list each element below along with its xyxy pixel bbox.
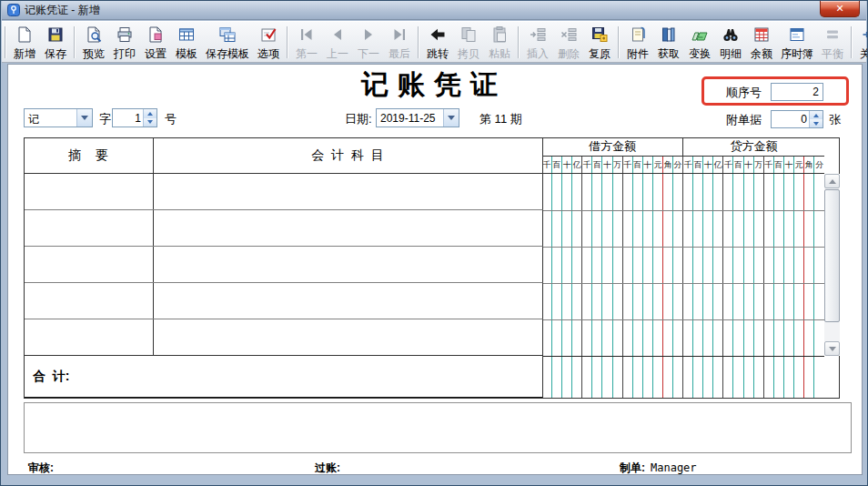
toolbar-button-restore[interactable]: 复原 xyxy=(584,24,615,61)
toolbar-button-journal[interactable]: 序时簿 xyxy=(777,24,817,61)
digit-place-label: 元 xyxy=(653,157,663,173)
date-combobox[interactable]: 2019-11-25 xyxy=(376,108,459,127)
voucher-word-suffix-label: 字 xyxy=(99,111,111,127)
digit-place-label: 百 xyxy=(693,157,703,173)
sequence-number-input[interactable] xyxy=(771,83,823,101)
toolbar-button-delete: 删除 xyxy=(553,24,584,61)
toolbar-button-balance[interactable]: 余额 xyxy=(746,24,777,61)
digit-column xyxy=(814,174,824,399)
voucher-number-stepper[interactable] xyxy=(112,108,157,127)
attachment-icon xyxy=(629,25,647,44)
toolbar-button-label: 预览 xyxy=(83,47,105,60)
toolbar-button-goto[interactable]: 跳转 xyxy=(422,24,453,61)
chevron-down-icon[interactable] xyxy=(443,109,459,127)
digit-column xyxy=(703,174,713,399)
toolbar-button-close[interactable]: 关闭 xyxy=(855,24,868,61)
maker-label: 制单:Manager xyxy=(620,461,697,476)
account-column-header: 会 计 科 目 xyxy=(153,137,543,174)
digit-place-label: 元 xyxy=(794,157,804,173)
toolbar-button-print[interactable]: 打印 xyxy=(109,24,140,61)
maker-value: Manager xyxy=(651,461,697,474)
summary-cell-row-3[interactable] xyxy=(24,247,154,283)
toolbar-button-label: 打印 xyxy=(114,47,136,60)
digit-place-label: 千 xyxy=(683,157,693,173)
voucher-word-combobox[interactable]: 记 xyxy=(24,108,93,127)
account-cell-row-3[interactable] xyxy=(153,247,543,283)
toolbar-separator xyxy=(851,26,853,58)
summary-cell-row-2[interactable] xyxy=(24,210,154,247)
titlebar[interactable]: 记账凭证 - 新增 xyxy=(2,1,866,20)
toolbar-button-fetch[interactable]: 获取 xyxy=(653,24,684,61)
summary-cell-row-4[interactable] xyxy=(24,283,154,319)
account-cell-row-4[interactable] xyxy=(153,283,543,319)
spin-up-icon[interactable] xyxy=(810,111,823,119)
digit-column xyxy=(744,174,754,399)
window-close-button[interactable]: ✕ xyxy=(820,1,860,17)
summary-column-header: 摘 要 xyxy=(24,137,154,174)
memo-box xyxy=(24,402,852,453)
print-preview-icon xyxy=(85,25,103,44)
attached-documents-stepper[interactable] xyxy=(771,110,823,128)
digit-column xyxy=(693,174,703,399)
toolbar-separator xyxy=(287,26,288,58)
voucher-word-value: 记 xyxy=(25,109,76,127)
voucher-number-input[interactable] xyxy=(113,109,143,127)
equilibrium-icon xyxy=(823,25,842,44)
summary-cell-row-5[interactable] xyxy=(24,319,154,356)
digit-place-label: 亿 xyxy=(572,157,582,173)
digit-column xyxy=(794,174,804,399)
scrollbar-thumb[interactable] xyxy=(824,189,840,322)
digit-column xyxy=(572,174,582,399)
toolbar-grip xyxy=(5,26,6,58)
summary-cell-row-1[interactable] xyxy=(24,174,154,210)
options-check-icon xyxy=(259,25,278,44)
toolbar-button-template[interactable]: 模板 xyxy=(171,24,202,61)
new-document-icon xyxy=(15,25,34,44)
toolbar-button-savetpl[interactable]: 保存模板 xyxy=(202,24,253,61)
spin-up-icon[interactable] xyxy=(144,109,156,118)
toolbar-button-options[interactable]: 选项 xyxy=(253,24,284,61)
toolbar-button-transform[interactable]: 变换 xyxy=(684,24,715,61)
spin-down-icon[interactable] xyxy=(144,118,156,127)
scrollbar-up-icon[interactable] xyxy=(824,174,840,188)
toolbar-button-preview[interactable]: 预览 xyxy=(78,24,109,61)
toolbar-button-last: 最后 xyxy=(384,24,415,61)
reviewer-label: 审核: xyxy=(28,461,54,476)
posting-label: 过账: xyxy=(315,461,340,476)
toolbar-button-label: 选项 xyxy=(257,47,279,60)
digit-place-label: 亿 xyxy=(713,157,723,173)
toolbar-separator xyxy=(518,26,520,58)
digit-place-label: 百 xyxy=(592,157,602,173)
journal-book-icon xyxy=(788,25,806,44)
toolbar-button-new[interactable]: 新增 xyxy=(9,24,40,61)
account-cell-row-5[interactable] xyxy=(153,319,543,356)
fetch-books-icon xyxy=(660,25,678,44)
toolbar-button-detail[interactable]: 明细 xyxy=(715,24,746,61)
attached-documents-input[interactable] xyxy=(772,111,809,127)
digit-place-label: 十 xyxy=(602,157,612,173)
binoculars-icon xyxy=(722,25,740,44)
page-setup-icon xyxy=(146,25,165,44)
account-cell-row-2[interactable] xyxy=(153,210,543,247)
row-divider-line xyxy=(542,210,824,211)
toolbar-button-label: 平衡 xyxy=(822,47,843,60)
scrollbar-down-icon[interactable] xyxy=(824,341,840,356)
account-cell-row-1[interactable] xyxy=(153,174,543,210)
digit-place-label: 万 xyxy=(613,157,623,173)
digit-place-label: 千 xyxy=(623,157,633,173)
spinner-buttons xyxy=(809,111,823,127)
spin-down-icon[interactable] xyxy=(810,119,823,127)
digit-place-label: 千 xyxy=(764,157,774,173)
row-divider-line xyxy=(542,283,824,284)
toolbar-button-save[interactable]: 保存 xyxy=(40,24,71,61)
chevron-down-icon[interactable] xyxy=(76,109,92,127)
toolbar-button-attach[interactable]: 附件 xyxy=(622,24,653,61)
toolbar: 新增保存预览打印设置模板保存模板选项第一上一下一最后跳转拷贝粘贴插入删除复原附件… xyxy=(2,21,866,63)
digit-grid-body[interactable] xyxy=(542,174,824,399)
digit-place-label: 百 xyxy=(633,157,643,173)
amount-scrollbar[interactable] xyxy=(824,174,840,356)
digit-place-label: 千 xyxy=(723,157,733,173)
toolbar-button-setup[interactable]: 设置 xyxy=(140,24,171,61)
last-record-icon xyxy=(390,25,409,44)
total-row-divider-line xyxy=(542,356,824,357)
